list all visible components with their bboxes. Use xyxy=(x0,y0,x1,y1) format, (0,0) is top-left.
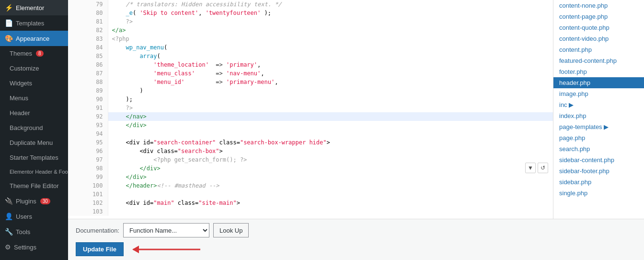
code-line: </a> xyxy=(108,26,553,35)
file-item[interactable]: inc ▶ xyxy=(553,99,644,110)
users-icon: 👤 xyxy=(5,213,13,220)
plugins-icon: 🔌 xyxy=(5,197,13,205)
code-line: <div id="search-container" class="search… xyxy=(108,138,553,147)
sidebar-item-background[interactable]: Background xyxy=(0,120,68,135)
sidebar-item-elementor[interactable]: ⚡ Elementor xyxy=(0,0,68,15)
line-number: 101 xyxy=(68,190,108,199)
file-item[interactable]: search.php xyxy=(553,143,644,154)
line-number: 88 xyxy=(68,78,108,86)
line-number: 87 xyxy=(68,69,108,78)
line-number: 81 xyxy=(68,17,108,26)
code-line: <?php get_search_form(); ?> xyxy=(108,155,553,164)
sidebar-item-elementor-header-footer[interactable]: Elementor Header & Footer Builder xyxy=(0,165,68,178)
file-item[interactable]: sidebar-content.php xyxy=(553,154,644,165)
code-line: _e( 'Skip to content', 'twentyfourteen' … xyxy=(108,9,553,17)
sidebar-item-templates[interactable]: 📄 Templates xyxy=(0,15,68,31)
editor-area: 79 /* translators: Hidden accessibility … xyxy=(68,0,644,219)
file-item[interactable]: index.php xyxy=(553,110,644,121)
sidebar-item-duplicate-menu[interactable]: Duplicate Menu xyxy=(0,135,68,150)
scroll-down-button[interactable]: ▼ xyxy=(525,163,536,173)
line-number: 85 xyxy=(68,52,108,60)
sidebar-item-widgets[interactable]: Widgets xyxy=(0,76,68,91)
code-line: array( xyxy=(108,52,553,60)
function-name-select[interactable]: Function Name... xyxy=(123,223,209,237)
tools-icon: 🔧 xyxy=(5,228,13,236)
sidebar-item-starter-templates[interactable]: Starter Templates xyxy=(0,150,68,165)
code-line: /* translators: Hidden accessibility tex… xyxy=(108,0,553,9)
code-line: 'theme_location' => 'primary', xyxy=(108,60,553,69)
file-item[interactable]: content-quote.php xyxy=(553,22,644,33)
code-line: </header><!-- #masthead --> xyxy=(108,181,553,190)
code-line: <div id="main" class="site-main"> xyxy=(108,199,553,207)
templates-icon: 📄 xyxy=(5,19,13,27)
file-item[interactable]: page.php xyxy=(553,132,644,143)
sidebar-item-themes[interactable]: Themes 8 xyxy=(0,46,68,61)
bottom-bar: Documentation: Function Name... Look Up … xyxy=(68,219,644,260)
line-number: 84 xyxy=(68,43,108,52)
appearance-icon: 🎨 xyxy=(5,35,13,42)
sidebar-item-label: Widgets xyxy=(10,80,32,87)
file-item[interactable]: sidebar.php xyxy=(553,177,644,188)
sidebar-item-appearance[interactable]: 🎨 Appearance xyxy=(0,31,68,46)
sidebar-item-label: Theme File Editor xyxy=(10,182,59,189)
line-number: 91 xyxy=(68,104,108,112)
line-number: 95 xyxy=(68,138,108,147)
arrow-annotation xyxy=(133,245,219,254)
sidebar-item-label: Plugins xyxy=(16,198,36,205)
file-item[interactable]: content-none.php xyxy=(553,0,644,11)
line-number: 103 xyxy=(68,207,108,216)
code-line: 'menu_class' => 'nav-menu', xyxy=(108,69,553,78)
sidebar-item-theme-file-editor[interactable]: Theme File Editor xyxy=(0,178,68,193)
code-line xyxy=(108,207,553,216)
sidebar-item-users[interactable]: 👤 Users xyxy=(0,209,68,224)
sidebar-item-tools[interactable]: 🔧 Tools xyxy=(0,224,68,239)
file-item[interactable]: single.php xyxy=(553,188,644,199)
sidebar-item-settings[interactable]: ⚙ Settings xyxy=(0,239,68,255)
sidebar-item-label: Tools xyxy=(16,228,30,236)
line-number: 82 xyxy=(68,26,108,35)
sidebar-item-label: Menus xyxy=(10,95,28,102)
sidebar-item-label: Background xyxy=(10,124,43,131)
line-number: 93 xyxy=(68,121,108,130)
main-content: 79 /* translators: Hidden accessibility … xyxy=(68,0,644,260)
code-line: 'menu_id' => 'primary-menu', xyxy=(108,78,553,86)
sidebar-item-plugins[interactable]: 🔌 Plugins 30 xyxy=(0,193,68,209)
sidebar-item-menus[interactable]: Menus xyxy=(0,91,68,106)
sidebar-item-label: Templates xyxy=(16,20,44,27)
file-item[interactable]: content-page.php xyxy=(553,11,644,22)
sidebar-item-label: Users xyxy=(16,213,32,220)
sidebar-item-label: Duplicate Menu xyxy=(10,139,53,146)
file-item[interactable]: sidebar-footer.php xyxy=(553,165,644,177)
sidebar-item-header[interactable]: Header xyxy=(0,106,68,120)
code-panel[interactable]: 79 /* translators: Hidden accessibility … xyxy=(68,0,553,219)
line-number: 89 xyxy=(68,86,108,95)
file-item[interactable]: content-video.php xyxy=(553,33,644,44)
file-item[interactable]: header.php xyxy=(553,77,644,88)
sidebar-item-label: Header xyxy=(10,109,30,117)
editor-wrapper: 79 /* translators: Hidden accessibility … xyxy=(68,0,644,219)
file-item[interactable]: content.php xyxy=(553,44,644,55)
code-line: ?> xyxy=(108,104,553,112)
sidebar: ⚡ Elementor 📄 Templates 🎨 Appearance The… xyxy=(0,0,68,260)
code-line: <div class="search-box"> xyxy=(108,147,553,155)
code-line: </div> xyxy=(108,121,553,130)
line-number: 86 xyxy=(68,60,108,69)
update-file-button[interactable]: Update File xyxy=(76,242,124,256)
look-up-button[interactable]: Look Up xyxy=(213,223,249,237)
code-line: </div> xyxy=(108,173,553,181)
line-number: 83 xyxy=(68,35,108,43)
file-item[interactable]: footer.php xyxy=(553,66,644,77)
file-item[interactable]: page-templates ▶ xyxy=(553,121,644,132)
code-line: ?> xyxy=(108,17,553,26)
scroll-up-button[interactable]: ↺ xyxy=(538,163,548,173)
elementor-icon: ⚡ xyxy=(5,4,13,12)
sidebar-item-label: Settings xyxy=(14,244,36,251)
file-item[interactable]: image.php xyxy=(553,88,644,99)
settings-icon: ⚙ xyxy=(5,243,11,251)
sidebar-item-label: Elementor xyxy=(16,4,44,12)
file-item[interactable]: featured-content.php xyxy=(553,55,644,66)
code-line xyxy=(108,190,553,199)
code-line: </div> xyxy=(108,164,553,173)
sidebar-item-customize[interactable]: Customize xyxy=(0,61,68,76)
themes-badge: 8 xyxy=(36,50,44,57)
